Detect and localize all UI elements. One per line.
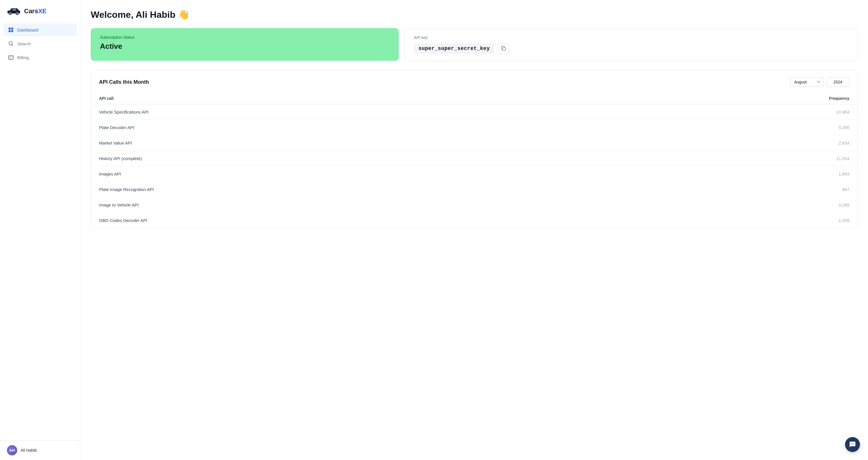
api-call-frequency: 1,209 — [597, 213, 857, 228]
brand-name: CarsXE — [24, 7, 46, 15]
svg-point-16 — [852, 443, 853, 444]
cards-row: Subscription Status Active API key super… — [91, 28, 858, 61]
sidebar-item-search[interactable]: Search — [3, 37, 76, 50]
subscription-card: Subscription Status Active — [91, 28, 399, 61]
table-row: Vehicle Specifications API 10,984 — [91, 104, 857, 120]
search-icon — [8, 41, 14, 46]
logo: CarsXE — [0, 0, 80, 21]
api-call-frequency: 10,984 — [597, 104, 857, 120]
sidebar: CarsXE Dashboard Sea — [0, 0, 81, 460]
page-title: Welcome, Ali Habib 👋 — [91, 9, 858, 20]
sidebar-item-billing[interactable]: Billing — [3, 51, 76, 64]
api-call-name: Images API — [91, 166, 597, 182]
copy-icon — [501, 46, 506, 51]
api-call-name: Image to Vehicle API — [91, 197, 597, 213]
svg-point-17 — [854, 443, 854, 444]
month-select[interactable]: JanuaryFebruaryMarchAprilMayJuneJulyAugu… — [790, 77, 824, 87]
svg-point-4 — [17, 13, 18, 14]
table-header-row: API call Frequency — [91, 93, 857, 104]
copy-api-key-button[interactable] — [498, 43, 509, 54]
svg-rect-5 — [9, 28, 11, 30]
svg-rect-14 — [503, 47, 505, 51]
car-logo-svg — [7, 7, 22, 15]
sidebar-navigation: Dashboard Search Billing — [0, 21, 80, 440]
table-head: API call Frequency — [91, 93, 857, 104]
brand-cars: Cars — [24, 7, 38, 14]
table-row: History API (complete) 11,334 — [91, 151, 857, 166]
table-body: Vehicle Specifications API 10,984 Plate … — [91, 104, 857, 228]
api-call-name: Vehicle Specifications API — [91, 104, 597, 120]
svg-point-2 — [10, 13, 11, 14]
chat-icon — [849, 441, 856, 448]
svg-rect-8 — [11, 30, 13, 32]
api-call-frequency: 3,289 — [597, 197, 857, 213]
api-call-frequency: 2,834 — [597, 135, 857, 151]
billing-label: Billing — [17, 55, 29, 60]
svg-line-10 — [12, 45, 13, 46]
api-key-value: super_super_secret_key — [414, 43, 495, 54]
api-call-frequency: 11,334 — [597, 151, 857, 166]
logo-icon — [7, 7, 22, 15]
table-row: Image to Vehicle API 3,289 — [91, 197, 857, 213]
api-call-frequency: 987 — [597, 182, 857, 197]
api-call-name: Market Value API — [91, 135, 597, 151]
billing-icon — [8, 55, 14, 60]
dashboard-icon — [8, 27, 14, 33]
main-content: Welcome, Ali Habib 👋 Subscription Status… — [81, 0, 868, 460]
dashboard-label: Dashboard — [17, 28, 38, 32]
table-filters: JanuaryFebruaryMarchAprilMayJuneJulyAugu… — [790, 77, 849, 87]
search-label: Search — [17, 41, 31, 46]
api-key-card: API key super_super_secret_key — [404, 28, 858, 61]
col-api-call: API call — [91, 93, 597, 104]
api-calls-table-container: API Calls this Month JanuaryFebruaryMarc… — [91, 70, 858, 228]
subscription-value: Active — [100, 42, 390, 51]
col-frequency: Frequency — [597, 93, 857, 104]
api-call-name: History API (complete) — [91, 151, 597, 166]
table-row: Plate Decoder API 5,395 — [91, 120, 857, 135]
svg-rect-6 — [11, 28, 13, 30]
table-header: API Calls this Month JanuaryFebruaryMarc… — [91, 70, 857, 93]
table-title: API Calls this Month — [99, 79, 149, 85]
api-call-name: OBD Codes Decoder API — [91, 213, 597, 228]
sidebar-footer: AH Ali Habib — [0, 440, 80, 460]
chat-button[interactable] — [845, 437, 860, 452]
table-row: Images API 1,893 — [91, 166, 857, 182]
avatar: AH — [7, 445, 17, 455]
api-call-name: Plate Image Recognition API — [91, 182, 597, 197]
user-name: Ali Habib — [21, 448, 37, 453]
api-key-row: super_super_secret_key — [414, 43, 848, 54]
svg-rect-13 — [9, 58, 11, 59]
table-row: OBD Codes Decoder API 1,209 — [91, 213, 857, 228]
brand-xe: XE — [38, 7, 46, 14]
sidebar-item-dashboard[interactable]: Dashboard — [3, 24, 76, 36]
api-call-frequency: 5,395 — [597, 120, 857, 135]
api-call-name: Plate Decoder API — [91, 120, 597, 135]
table-row: Plate Image Recognition API 987 — [91, 182, 857, 197]
subscription-label: Subscription Status — [100, 35, 390, 40]
svg-rect-11 — [9, 56, 13, 59]
year-input[interactable] — [826, 77, 849, 87]
svg-rect-12 — [9, 57, 13, 57]
svg-point-15 — [851, 443, 851, 444]
api-call-frequency: 1,893 — [597, 166, 857, 182]
api-key-label: API key — [414, 35, 848, 40]
api-table: API call Frequency Vehicle Specification… — [91, 93, 857, 228]
avatar-image: AH — [7, 445, 17, 455]
table-row: Market Value API 2,834 — [91, 135, 857, 151]
svg-rect-7 — [9, 30, 11, 32]
